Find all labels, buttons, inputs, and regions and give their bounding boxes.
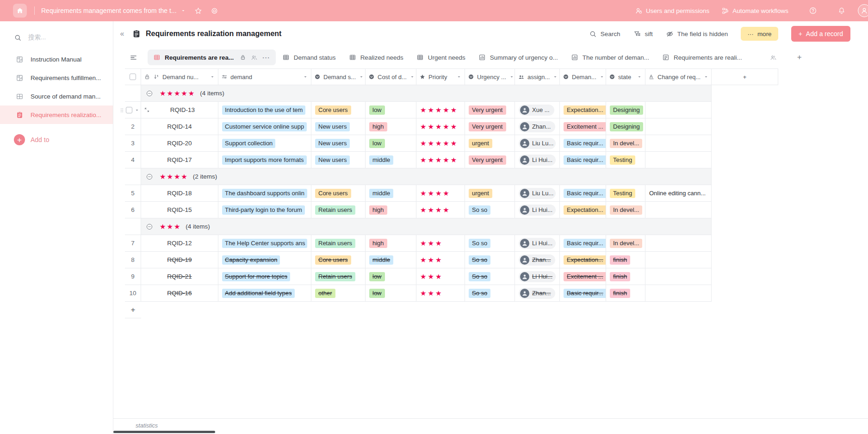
row-drag-handle[interactable]	[113, 102, 125, 118]
home-button[interactable]	[13, 4, 27, 18]
cell-priority[interactable]: ★★★	[416, 235, 465, 252]
tab-more-icon[interactable]: ···	[262, 54, 270, 61]
cell-state[interactable]: finish	[606, 285, 645, 302]
cell-id[interactable]: RQID-21	[141, 268, 218, 285]
cell-change[interactable]	[645, 102, 712, 118]
add-record-row-button[interactable]: +	[125, 302, 141, 318]
column-header-urgency[interactable]: Urgency ...	[465, 68, 515, 85]
more-button[interactable]: ··· more	[741, 27, 778, 41]
cell-source[interactable]: Core users	[311, 185, 366, 202]
cell-change[interactable]	[645, 285, 712, 302]
column-header-demand[interactable]: demand	[218, 68, 311, 85]
user-avatar[interactable]	[858, 4, 868, 17]
view-tab-4[interactable]: Summary of urgency o...	[472, 50, 564, 65]
cell-assignee[interactable]: Li Hui...	[515, 268, 560, 285]
cell-priority[interactable]: ★★★★★	[416, 118, 465, 135]
view-tab-2[interactable]: Realized needs	[342, 50, 410, 65]
cell-state[interactable]: Designing	[606, 102, 645, 118]
view-tab-1[interactable]: Demand status	[276, 50, 342, 65]
cell-urgency[interactable]: So so	[465, 202, 515, 218]
cell-cost[interactable]: high	[366, 235, 416, 252]
sidebar-search[interactable]: 搜索...	[0, 21, 113, 50]
column-header-priority[interactable]: Priority	[416, 68, 465, 85]
cell-state[interactable]: In devel...	[606, 202, 645, 218]
cell-urgency[interactable]: So so	[465, 268, 515, 285]
cell-assignee[interactable]: Zhan...	[515, 285, 560, 302]
cell-source[interactable]: other	[311, 285, 366, 302]
cell-assignee[interactable]: Li Hui...	[515, 152, 560, 168]
cell-state[interactable]: Testing	[606, 152, 645, 168]
cell-change[interactable]	[645, 268, 712, 285]
column-caret-icon[interactable]	[409, 74, 415, 80]
cell-demand[interactable]: Support collection	[218, 135, 311, 152]
cell-assignee[interactable]: Li Hui...	[515, 202, 560, 218]
cell-cost[interactable]: high	[366, 118, 416, 135]
cell-source[interactable]: Retain users	[311, 268, 366, 285]
cell-classification[interactable]: Basic requir...	[560, 135, 606, 152]
expand-record-icon[interactable]	[144, 107, 150, 113]
column-caret-icon[interactable]	[210, 74, 215, 80]
cell-source[interactable]: Retain users	[311, 235, 366, 252]
column-caret-icon[interactable]	[599, 74, 605, 80]
column-caret-icon[interactable]	[637, 74, 642, 80]
cell-source[interactable]: Core users	[311, 102, 366, 118]
cell-demand[interactable]: Introduction to the use of tem	[218, 102, 311, 118]
add-view-button[interactable]: +	[797, 53, 802, 62]
group-header-cell[interactable]: ★★★★ (2 items)	[141, 168, 712, 185]
cell-priority[interactable]: ★★★	[416, 285, 465, 302]
cell-state[interactable]: finish	[606, 268, 645, 285]
column-header-cost[interactable]: Cost of d...	[366, 68, 416, 85]
cell-classification[interactable]: Basic requir...	[560, 285, 606, 302]
statistics-label[interactable]: statistics	[113, 419, 868, 429]
sift-button[interactable]: sift	[633, 30, 653, 38]
cell-assignee[interactable]: Liu Lu...	[515, 185, 560, 202]
collapse-group-icon[interactable]	[146, 223, 153, 230]
cell-demand[interactable]: Import supports more formats	[218, 152, 311, 168]
column-header-assign[interactable]: assign...	[515, 68, 560, 85]
cell-classification[interactable]: Basic requir...	[560, 185, 606, 202]
cell-priority[interactable]: ★★★★★	[416, 152, 465, 168]
cell-id[interactable]: RQID-20	[141, 135, 218, 152]
cell-state[interactable]: In devel...	[606, 135, 645, 152]
cell-priority[interactable]: ★★★★★	[416, 135, 465, 152]
column-caret-icon[interactable]	[303, 74, 308, 80]
cell-demand[interactable]: Capacity expansion	[218, 252, 311, 268]
cell-source[interactable]: New users	[311, 135, 366, 152]
cell-cost[interactable]: low	[366, 268, 416, 285]
cell-assignee[interactable]: Liu Lu...	[515, 135, 560, 152]
sidebar-item-1[interactable]: Requirements fulfillmen...	[0, 68, 113, 87]
column-header-source[interactable]: Demand s...	[311, 68, 366, 85]
cell-change[interactable]	[645, 135, 712, 152]
cell-source[interactable]: New users	[311, 152, 366, 168]
help-icon[interactable]	[809, 6, 817, 15]
cell-classification[interactable]: Expectation...	[560, 252, 606, 268]
cell-priority[interactable]: ★★★★	[416, 185, 465, 202]
column-caret-icon[interactable]	[359, 74, 364, 80]
column-header-id[interactable]: Demand nu...	[141, 68, 218, 85]
cell-demand[interactable]: Support for more topics	[218, 268, 311, 285]
hidden-fields-button[interactable]: The field is hidden	[666, 30, 728, 38]
column-header-state[interactable]: state	[606, 68, 645, 85]
cell-priority[interactable]: ★★★★★	[416, 102, 465, 118]
select-all-checkbox[interactable]	[125, 68, 141, 85]
collapse-sidebar-button[interactable]: «	[116, 30, 128, 38]
cell-cost[interactable]: middle	[366, 185, 416, 202]
cell-demand[interactable]: The Help Center supports ans	[218, 235, 311, 252]
cell-urgency[interactable]: urgent	[465, 135, 515, 152]
collapse-group-icon[interactable]	[146, 90, 153, 97]
automate-workflows-button[interactable]: Automate workflows	[721, 7, 788, 15]
cell-state[interactable]: Testing	[606, 185, 645, 202]
workspace-title[interactable]: Requirements management comes from the t…	[41, 7, 177, 14]
cell-cost[interactable]: middle	[366, 152, 416, 168]
view-tab-6[interactable]: Requirements are reali...	[656, 50, 749, 65]
column-caret-icon[interactable]	[456, 74, 462, 80]
cell-assignee[interactable]: Zhan...	[515, 252, 560, 268]
column-header-change[interactable]: Change of req...	[645, 68, 712, 85]
row-select-cell[interactable]	[125, 102, 141, 118]
cell-change[interactable]	[645, 202, 712, 218]
cell-source[interactable]: New users	[311, 118, 366, 135]
cell-demand[interactable]: Customer service online supp	[218, 118, 311, 135]
cell-id[interactable]: RQID-15	[141, 202, 218, 218]
sidebar-item-3[interactable]: Requirements realizatio...	[0, 105, 113, 124]
cell-assignee[interactable]: Li Hui...	[515, 235, 560, 252]
